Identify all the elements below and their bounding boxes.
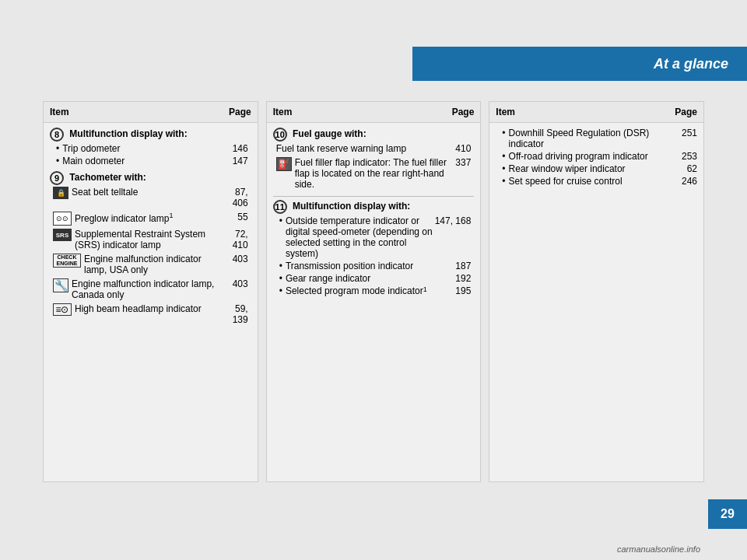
entry-10: 10 Fuel gauge with: Fuel tank reserve wa…: [273, 128, 475, 193]
fuel-filler-page: 337: [447, 157, 471, 168]
icon-row-engine-canada: 🔧 Engine malfunction indicator lamp, Can…: [50, 278, 248, 300]
entry-10-title: Fuel gauge with:: [293, 128, 366, 139]
panel-1-header: Item Page: [44, 102, 258, 123]
fuel-filler-icon: ⛽: [276, 157, 292, 171]
col-page-label-1: Page: [229, 107, 251, 117]
check-engine-label: Engine malfunction indicator lamp, USA o…: [84, 254, 225, 275]
engine-lamp-icon: 🔧: [53, 278, 68, 292]
panel-2-body: 10 Fuel gauge with: Fuel tank reserve wa…: [267, 123, 481, 306]
engine-canada-label: Engine malfunction indicator lamp, Canad…: [72, 278, 225, 300]
highbeam-icon: ≡⊙: [53, 303, 72, 316]
watermark: carmanualsonline.info: [617, 544, 700, 554]
seatbelt-icon: 🔒: [53, 187, 68, 199]
seatbelt-page: 87,406: [225, 187, 248, 208]
panel-3-header: Item Page: [489, 102, 703, 123]
entry-number-9: 9: [50, 171, 64, 185]
panel-1: Item Page 8 Multifunction display with: …: [43, 101, 258, 482]
icon-row-srs: SRS Supplemental Restraint System (SRS) …: [50, 229, 248, 250]
fuel-reserve-row: Fuel tank reserve warning lamp 410: [273, 143, 472, 154]
col-item-label-1: Item: [50, 107, 69, 117]
entry-11-title: Multifunction display with:: [293, 201, 410, 212]
srs-label: Supplemental Restraint System (SRS) indi…: [75, 229, 225, 250]
check-engine-page: 403: [225, 254, 248, 264]
panel-3-body: Downhill Speed Regulation (DSR) indicato…: [489, 123, 703, 193]
bullet-dsr: Downhill Speed Regulation (DSR) indicato…: [496, 128, 697, 149]
bullet-gear-range: Gear range indicator 192: [273, 273, 472, 284]
page-title: At a glance: [654, 56, 728, 72]
entry-8-title: Multifunction display with:: [69, 128, 187, 139]
fuel-reserve-label: Fuel tank reserve warning lamp: [276, 143, 406, 154]
fuel-reserve-page: 410: [447, 143, 471, 154]
engine-canada-page: 403: [225, 278, 248, 289]
entry-9: 9 Tachometer with: 🔒 Seat belt telltale …: [50, 171, 251, 328]
highbeam-label: High beam headlamp indicator: [75, 303, 202, 314]
preglow-icon: ⊙⊙: [53, 212, 72, 226]
srs-icon: SRS: [53, 229, 72, 241]
highbeam-page: 59,139: [225, 303, 248, 325]
entry-11: 11 Multifunction display with: Outside t…: [273, 200, 475, 298]
panel-2: Item Page 10 Fuel gauge with: Fuel tank …: [266, 101, 482, 482]
header-bar: At a glance: [412, 47, 747, 81]
bullet-transmission: Transmission position indicator 187: [273, 261, 472, 271]
icon-row-preglow: ⊙⊙ Preglow indicator lamp1 55: [50, 212, 248, 226]
icon-row-check-engine: CHECKENGINE Engine malfunction indicator…: [50, 254, 248, 275]
col-item-label-2: Item: [273, 107, 293, 117]
col-page-label-3: Page: [675, 107, 697, 117]
bullet-offroad: Off-road driving program indicator 253: [496, 151, 697, 162]
divider-panel2: [273, 196, 475, 197]
panel-2-header: Item Page: [267, 102, 481, 123]
panel-1-body: 8 Multifunction display with: Trip odome…: [44, 123, 258, 336]
col-item-label-3: Item: [496, 107, 515, 117]
icon-row-seatbelt: 🔒 Seat belt telltale 87,406: [50, 187, 248, 208]
bullet-rear-wiper: Rear window wiper indicator 62: [496, 163, 697, 174]
panel-3: Item Page Downhill Speed Regulation (DSR…: [489, 101, 704, 482]
bullet-trip-odometer: Trip odometer 146: [50, 143, 248, 154]
icon-row-highbeam: ≡⊙ High beam headlamp indicator 59,139: [50, 303, 248, 325]
col-page-label-2: Page: [452, 107, 475, 117]
entry-number-11: 11: [273, 200, 287, 214]
bullet-cruise-control: Set speed for cruise control 246: [496, 176, 697, 187]
page-number-badge: 29: [708, 499, 747, 529]
bullet-main-odometer: Main odometer 147: [50, 156, 248, 166]
bullet-selected-program: Selected program mode indicator1 195: [273, 285, 472, 296]
entry-8: 8 Multifunction display with: Trip odome…: [50, 128, 251, 168]
seatbelt-label: Seat belt telltale: [72, 187, 138, 198]
content-area: Item Page 8 Multifunction display with: …: [43, 101, 704, 482]
preglow-label: Preglow indicator lamp1: [75, 212, 173, 224]
preglow-page: 55: [225, 212, 248, 222]
entry-number-8: 8: [50, 128, 64, 142]
srs-page: 72,410: [225, 229, 248, 250]
fuel-filler-row: ⛽ Fuel filler flap indicator: The fuel f…: [273, 157, 472, 190]
check-engine-icon: CHECKENGINE: [53, 254, 81, 268]
entry-9-title: Tachometer with:: [69, 172, 146, 183]
entry-number-10: 10: [273, 128, 287, 142]
bullet-outside-temp: Outside temperature indicator or digital…: [273, 215, 472, 259]
fuel-filler-label: Fuel filler flap indicator: The fuel fil…: [295, 157, 448, 190]
